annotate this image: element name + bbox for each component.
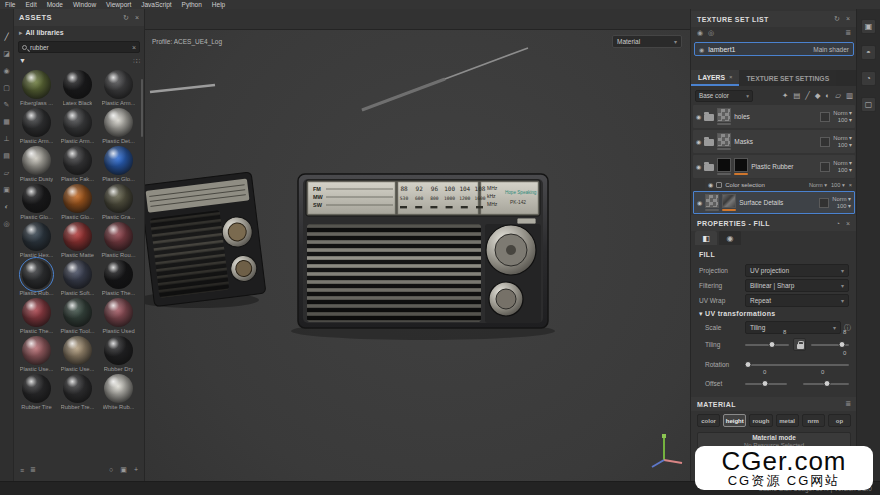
layer-row-masks[interactable]: ◉ Masks Norm ▾ 100 ▾ <box>693 130 855 153</box>
scale-mode-dropdown[interactable]: Tiling▾ <box>745 321 841 334</box>
material-swatch-12[interactable]: Plastic Gra... <box>98 184 139 222</box>
polygon-fill-tool-icon[interactable]: ▢ <box>3 84 10 92</box>
material-swatch-15[interactable]: Plastic Rou... <box>98 222 139 260</box>
shading-mode-dropdown[interactable]: Material ▾ <box>612 35 682 48</box>
material-swatch-7[interactable]: Plastic Dusty <box>16 146 57 184</box>
tab-layers[interactable]: LAYERS × <box>691 70 739 86</box>
material-swatch-20[interactable]: Plastic Tool... <box>57 298 98 336</box>
tiling-slider-u[interactable] <box>745 344 789 346</box>
delete-layer-icon[interactable]: ▥ <box>846 91 853 100</box>
axis-gizmo[interactable] <box>652 434 682 467</box>
uv-transformations-label[interactable]: ▾ UV transformations <box>699 310 775 318</box>
visibility-eye-icon[interactable]: ◉ <box>697 199 702 206</box>
layer-thumbnail[interactable] <box>717 108 731 122</box>
mask-thumbnail[interactable] <box>820 112 830 122</box>
visibility-eye-icon[interactable]: ◉ <box>696 163 701 170</box>
material-swatch-22[interactable]: Plastic Use... <box>16 336 57 374</box>
paint-tool-icon[interactable]: ╱ <box>4 33 8 41</box>
material-swatch-5[interactable]: Plastic Arm... <box>57 108 98 146</box>
material-swatch-19[interactable]: Plastic The... <box>16 298 57 336</box>
material-swatch-6[interactable]: Plastic Det... <box>98 108 139 146</box>
layer-row-holes[interactable]: ◉ holes Norm ▾ 100 ▾ <box>693 105 855 128</box>
blend-mode-dropdown[interactable]: Norm ▾ <box>832 196 851 203</box>
clear-search-icon[interactable]: × <box>132 44 136 51</box>
list-view-icon[interactable]: ≡ <box>20 467 24 474</box>
material-swatch-18[interactable]: Plastic The... <box>98 260 139 298</box>
channel-color[interactable]: color <box>697 414 720 427</box>
particles-tool-icon[interactable]: ⊥ <box>3 135 9 143</box>
display-settings-icon[interactable]: ▢ <box>861 97 876 112</box>
blend-mode-dropdown[interactable]: Norm ▾ <box>833 160 852 167</box>
list-detail-icon[interactable]: ≣ <box>30 466 36 474</box>
projection-tool-icon[interactable]: ◉ <box>3 67 9 75</box>
search-input[interactable]: rubber × <box>18 41 140 53</box>
uv-wrap-dropdown[interactable]: Repeat▾ <box>745 294 849 307</box>
material-swatch-4[interactable]: Plastic Arm... <box>16 108 57 146</box>
add-effect-icon[interactable]: ✦ <box>782 91 788 100</box>
visibility-eye-icon[interactable]: ◉ <box>696 113 701 120</box>
material-swatch-25[interactable]: Rubber Tire <box>16 374 57 412</box>
add-paint-layer-icon[interactable]: ╱ <box>805 91 810 100</box>
opacity-dropdown[interactable]: 100 ▾ <box>838 117 852 124</box>
add-folder-icon[interactable]: ▱ <box>835 91 841 100</box>
pin-icon[interactable]: ◔ <box>836 220 840 227</box>
visibility-eye-icon[interactable]: ◉ <box>696 138 701 145</box>
rotation-slider[interactable] <box>745 364 849 366</box>
material-swatch-2[interactable]: Latex Black <box>57 70 98 108</box>
visibility-eye-icon[interactable]: ◉ <box>708 181 713 188</box>
blend-mode-dropdown[interactable]: Norm ▾ <box>833 135 852 142</box>
menu-icon[interactable]: ≣ <box>845 400 851 408</box>
camera-settings-icon[interactable]: ◎ <box>3 220 9 228</box>
material-swatch-14[interactable]: Plastic Matte <box>57 222 98 260</box>
add-fill-layer-icon[interactable]: ◆ <box>815 91 821 100</box>
material-swatch-13[interactable]: Plastic Hex... <box>16 222 57 260</box>
channel-height[interactable]: height <box>723 414 746 427</box>
projection-dropdown[interactable]: UV projection▾ <box>745 264 849 277</box>
close-icon[interactable]: × <box>846 220 850 227</box>
channel-metal[interactable]: metal <box>776 414 799 427</box>
material-swatch-27[interactable]: White Rub... <box>98 374 139 412</box>
history-icon[interactable]: ◔ <box>861 71 876 86</box>
tiling-slider-v[interactable] <box>811 344 849 346</box>
close-icon[interactable]: × <box>846 15 850 23</box>
channel-rough[interactable]: rough <box>749 414 772 427</box>
offset-slider-v[interactable] <box>803 383 849 385</box>
tab-fill-properties[interactable]: ◧ <box>695 231 717 245</box>
material-swatch-3[interactable]: Plastic Arm... <box>98 70 139 108</box>
menu-file[interactable]: File <box>0 0 20 9</box>
effect-row-color-selection[interactable]: ◉ Color selection Norm ▾ 100 ▾ × <box>705 179 855 190</box>
layer-row-plastic-rubber[interactable]: ◉ Plastic Rubber Norm ▾ 100 ▾ <box>693 155 855 178</box>
eraser-tool-icon[interactable]: ◪ <box>3 50 10 58</box>
add-smart-mask-icon[interactable]: ◐ <box>826 91 831 100</box>
menu-help[interactable]: Help <box>207 0 230 9</box>
opacity-dropdown[interactable]: 100 ▾ <box>831 182 845 188</box>
menu-viewport[interactable]: Viewport <box>101 0 136 9</box>
layer-row-surface-details[interactable]: ◉ Surface Details Norm ▾ 100 ▾ <box>693 191 855 214</box>
menu-edit[interactable]: Edit <box>20 0 41 9</box>
add-icon[interactable]: + <box>134 466 138 474</box>
refresh-icon[interactable]: ↻ <box>834 15 840 23</box>
material-swatch-24[interactable]: Rubber Dry <box>98 336 139 374</box>
shelf-icon[interactable]: ▣ <box>3 186 10 194</box>
visibility-all-icon[interactable]: ◉ <box>697 29 703 37</box>
export-textures-icon[interactable]: ▤ <box>3 152 10 160</box>
tab-material-properties[interactable]: ◉ <box>719 231 741 245</box>
fill-thumbnail[interactable] <box>717 158 731 172</box>
offset-slider-u[interactable] <box>745 383 787 385</box>
filter-funnel-icon[interactable]: ▼ <box>19 57 26 64</box>
assets-scrollbar[interactable] <box>141 79 143 137</box>
refresh-icon[interactable]: ↻ <box>123 14 129 22</box>
menu-python[interactable]: Python <box>177 0 207 9</box>
list-options-icon[interactable]: ≣ <box>845 29 851 37</box>
tab-texture-set-settings[interactable]: TEXTURE SET SETTINGS <box>739 70 836 86</box>
blend-mode-dropdown[interactable]: Norm ▾ <box>809 182 827 188</box>
material-swatch-23[interactable]: Plastic Use... <box>57 336 98 374</box>
import-resource-icon[interactable]: ▣ <box>120 466 127 474</box>
viewer-settings-icon[interactable]: ▣ <box>861 19 876 34</box>
menu-window[interactable]: Window <box>68 0 101 9</box>
detail-thumbnail[interactable] <box>722 194 736 208</box>
material-swatch-21[interactable]: Plastic Used <box>98 298 139 336</box>
grid-view-icon[interactable]: ∷∷ <box>133 57 139 64</box>
mask-thumbnail[interactable] <box>819 198 829 208</box>
close-icon[interactable]: × <box>135 14 139 22</box>
